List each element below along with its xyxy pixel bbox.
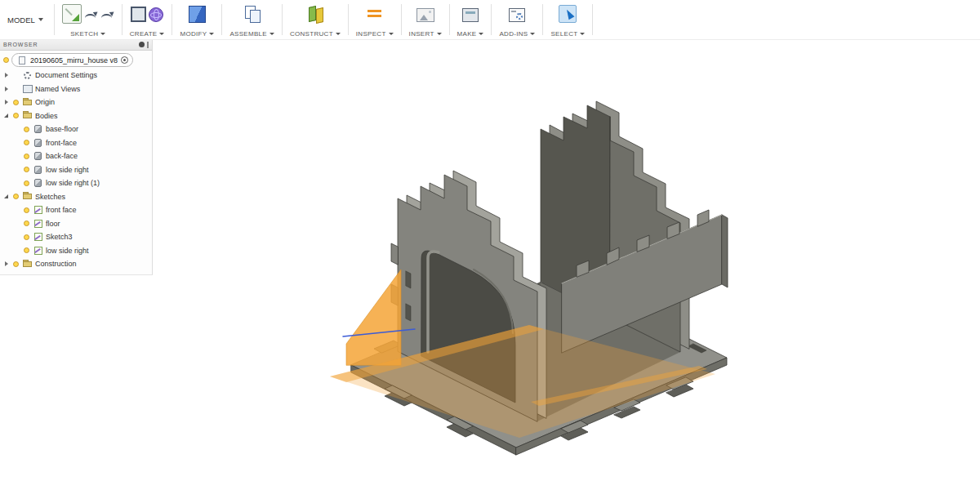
- visibility-bulb-icon[interactable]: [13, 113, 19, 118]
- tree-item-low-side-right[interactable]: low side right: [0, 244, 152, 258]
- toolbar-group-icons: [462, 2, 479, 24]
- toolbar-group-label: INSPECT: [356, 30, 386, 38]
- tree-item-back-face[interactable]: back-face: [0, 149, 152, 163]
- toolbar-group-create: CREATE: [126, 0, 169, 39]
- tree-item-label: front face: [46, 206, 77, 214]
- toolbar-group-label: SELECT: [550, 30, 577, 38]
- toolbar-group-icons: [559, 2, 577, 24]
- toolbar-group-dropdown[interactable]: SKETCH: [70, 30, 105, 38]
- visibility-bulb-icon[interactable]: [24, 167, 29, 172]
- tree-item-construction[interactable]: Construction: [0, 257, 152, 271]
- modify-cube-icon[interactable]: [189, 6, 206, 23]
- tree-item-front-face[interactable]: front-face: [0, 136, 152, 150]
- make-print-icon[interactable]: [462, 8, 479, 22]
- active-component-target-icon[interactable]: [121, 56, 128, 64]
- create-box-icon[interactable]: [131, 7, 146, 22]
- chevron-down-icon: [530, 33, 535, 35]
- toolbar-group-dropdown[interactable]: INSPECT: [356, 30, 394, 38]
- body-icon: [33, 178, 43, 189]
- tree-item-document-settings[interactable]: Document Settings: [0, 69, 152, 82]
- browser-panel-header[interactable]: BROWSER: [0, 39, 152, 51]
- tree-item-named-views[interactable]: Named Views: [0, 82, 152, 96]
- construction-plane-vertical[interactable]: [346, 270, 401, 365]
- expand-arrow-icon[interactable]: [5, 73, 8, 78]
- visibility-bulb-icon[interactable]: [24, 140, 29, 145]
- chevron-down-icon: [270, 33, 274, 35]
- visibility-bulb-icon[interactable]: [24, 180, 29, 186]
- visibility-bulb-icon[interactable]: [3, 57, 9, 63]
- toolbar-group-dropdown[interactable]: CONSTRUCT: [290, 30, 341, 38]
- document-root-box[interactable]: 20190605_mirru_house v8: [11, 53, 133, 67]
- visibility-bulb-icon[interactable]: [24, 207, 29, 213]
- sketch-pencil-icon[interactable]: [62, 4, 82, 24]
- toolbar-group-dropdown[interactable]: ASSEMBLE: [229, 30, 274, 38]
- chevron-down-icon: [100, 33, 105, 35]
- spline-icon[interactable]: [84, 8, 98, 22]
- toolbar-group-assemble: ASSEMBLE: [225, 0, 278, 39]
- toolbar-separator: [122, 4, 122, 35]
- panel-handle-icon[interactable]: [147, 42, 149, 48]
- tree-item-base-floor[interactable]: base-floor: [0, 122, 152, 136]
- tree-item-low-side-right-1[interactable]: low side right (1): [0, 176, 152, 190]
- visibility-bulb-icon[interactable]: [13, 100, 19, 105]
- workspace-selector[interactable]: MODEL: [0, 0, 51, 39]
- expand-arrow-icon[interactable]: [5, 261, 8, 266]
- toolbar-separator: [221, 4, 222, 35]
- toolbar-group-label: INSERT: [409, 30, 434, 38]
- tree-item-front-face[interactable]: front face: [0, 203, 152, 217]
- tree-item-floor[interactable]: floor: [0, 217, 152, 231]
- toolbar-separator: [348, 4, 349, 35]
- spline2-icon[interactable]: [100, 8, 114, 22]
- sketch-icon: [33, 232, 43, 243]
- expand-arrow-icon[interactable]: [5, 87, 8, 91]
- tree-item-sketch3[interactable]: Sketch3: [0, 230, 152, 244]
- panel-pin-icon[interactable]: [139, 42, 145, 47]
- folder-icon: [22, 97, 33, 108]
- expand-arrow-icon[interactable]: [5, 100, 8, 105]
- toolbar-group-dropdown[interactable]: SELECT: [550, 30, 585, 38]
- visibility-bulb-icon[interactable]: [13, 261, 19, 267]
- assemble-pages-icon[interactable]: [244, 5, 261, 23]
- tree-item-label: Document Settings: [35, 71, 97, 79]
- toolbar-group-dropdown[interactable]: ADD-INS: [499, 30, 535, 38]
- tree-item-bodies[interactable]: Bodies: [0, 109, 152, 123]
- toolbar-group-dropdown[interactable]: INSERT: [409, 30, 442, 38]
- toolbar-group-icons: [509, 2, 525, 24]
- inspect-measure-icon[interactable]: [367, 6, 383, 22]
- visibility-bulb-icon[interactable]: [24, 234, 29, 240]
- document-root-row[interactable]: 20190605_mirru_house v8: [0, 51, 152, 69]
- collapse-arrow-icon[interactable]: [4, 114, 8, 118]
- create-sphere-icon[interactable]: [149, 7, 163, 22]
- select-cursor-icon[interactable]: [559, 5, 577, 23]
- visibility-bulb-icon[interactable]: [24, 220, 29, 226]
- tree-item-low-side-right[interactable]: low side right: [0, 163, 152, 177]
- chevron-down-icon: [38, 18, 43, 21]
- toolbar-group-dropdown[interactable]: MODIFY: [180, 30, 214, 38]
- tree-item-label: base-floor: [46, 125, 78, 133]
- addins-gear-icon[interactable]: [509, 8, 525, 22]
- browser-panel: BROWSER 20190605_mirru_house v8 Document…: [0, 39, 153, 275]
- toolbar-group-dropdown[interactable]: MAKE: [457, 30, 484, 38]
- tree-item-label: Sketch3: [46, 233, 73, 241]
- visibility-bulb-icon[interactable]: [24, 247, 29, 253]
- collapse-arrow-icon[interactable]: [4, 194, 8, 198]
- visibility-bulb-icon[interactable]: [24, 127, 29, 132]
- toolbar-group-icons: [367, 2, 383, 24]
- body-icon: [33, 164, 43, 175]
- toolbar-separator: [172, 4, 172, 35]
- toolbar-group-add-ins: ADD-INS: [495, 0, 539, 39]
- tree-item-origin[interactable]: Origin: [0, 96, 152, 109]
- visibility-bulb-icon[interactable]: [13, 194, 19, 199]
- tree-item-sketches[interactable]: Sketches: [0, 190, 152, 204]
- chevron-down-icon: [336, 33, 341, 35]
- toolbar-separator: [491, 4, 492, 35]
- body-icon: [33, 151, 43, 162]
- chevron-down-icon: [437, 33, 442, 35]
- toolbar-separator: [542, 4, 543, 35]
- toolbar-group-icons: [244, 2, 261, 24]
- tree-item-label: low side right (1): [46, 179, 100, 187]
- insert-image-icon[interactable]: [416, 8, 434, 22]
- visibility-bulb-icon[interactable]: [24, 154, 29, 159]
- toolbar-group-dropdown[interactable]: CREATE: [130, 30, 165, 38]
- construct-planes-icon[interactable]: [307, 5, 323, 23]
